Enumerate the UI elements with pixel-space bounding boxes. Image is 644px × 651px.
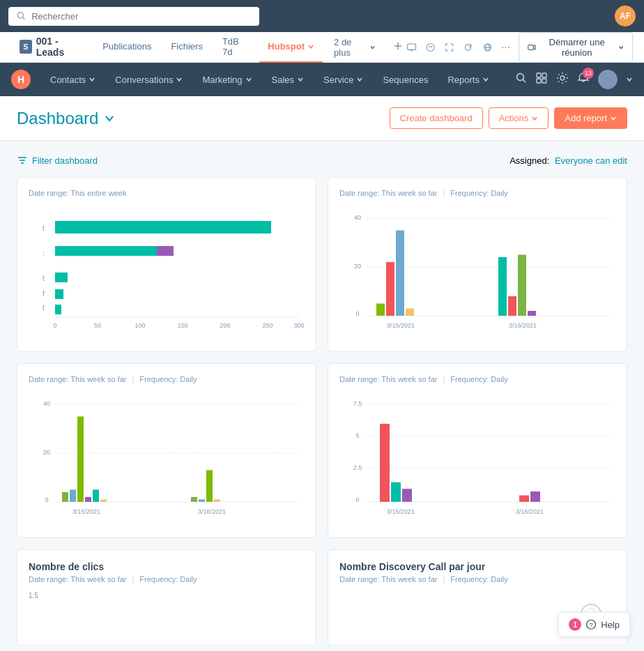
chat-icon[interactable]: [425, 41, 436, 54]
chart5-y-start: 1.5: [29, 592, 305, 599]
filter-icon: [17, 155, 28, 166]
chart2-svg: 40 20 0 3/15/2021: [339, 206, 615, 340]
assigned-value[interactable]: Everyone can edit: [555, 155, 627, 166]
svg-text:20: 20: [43, 449, 50, 456]
nav-reports-label: Reports: [447, 75, 480, 85]
svg-rect-69: [93, 490, 99, 503]
search-input[interactable]: [31, 11, 251, 22]
tab-fichiers[interactable]: Fichiers: [162, 32, 211, 63]
help-button[interactable]: 1 ? Help: [558, 612, 630, 637]
nav-sales[interactable]: Sales: [263, 69, 313, 91]
nav-marketing[interactable]: Marketing: [194, 69, 260, 91]
svg-text:3/15/2021: 3/15/2021: [387, 508, 415, 515]
actions-chevron: [531, 115, 538, 122]
svg-text:3/16/2021: 3/16/2021: [509, 322, 537, 329]
nav-search-icon[interactable]: [516, 72, 527, 86]
filter-dashboard-button[interactable]: Filter dashboard: [17, 155, 98, 166]
chevron-conversations: [176, 76, 183, 83]
tab-fichiers-label: Fichiers: [171, 41, 203, 52]
sub-tabs-bar: S 001 - Leads Publications Fichiers TdB …: [0, 32, 644, 63]
nav-service-label: Service: [323, 75, 353, 85]
svg-rect-89: [519, 496, 529, 502]
svg-text:2.5: 2.5: [353, 464, 362, 471]
dashboard-header: Dashboard Create dashboard Actions Add r…: [0, 96, 644, 141]
nav-settings-icon[interactable]: [556, 72, 569, 87]
more-options-icon[interactable]: ···: [501, 41, 510, 54]
tab-more[interactable]: 2 de plus: [325, 30, 384, 65]
svg-text:100: 100: [135, 322, 145, 329]
actions-label: Actions: [499, 113, 529, 123]
svg-rect-18: [537, 79, 541, 83]
chart5-title: Nombre de clics: [29, 561, 305, 572]
nav-sequences-label: Sequences: [383, 75, 428, 85]
chart5-daterange: Date range: This week so far: [29, 575, 126, 583]
sub-tabs-right: ··· Démarrer une réunion: [406, 32, 633, 63]
chart6-title: Nombre Discovery Call par jour: [339, 561, 615, 572]
chart5-frequency: Frequency: Daily: [139, 575, 197, 583]
expand-icon[interactable]: [444, 41, 454, 54]
main-content: Filter dashboard Assigned: Everyone can …: [0, 141, 644, 651]
svg-rect-4: [407, 43, 415, 49]
chart3-frequency: Frequency: Daily: [139, 375, 197, 383]
user-avatar[interactable]: AF: [615, 6, 636, 26]
chart6-frequency: Frequency: Daily: [450, 575, 508, 583]
screenshot-icon[interactable]: [406, 41, 417, 54]
search-box[interactable]: [8, 7, 259, 26]
chart-card-4: Date range: This week so far | Frequency…: [328, 363, 627, 538]
globe-icon[interactable]: [482, 41, 493, 54]
svg-text:3/15/2021: 3/15/2021: [72, 508, 100, 515]
svg-text:0: 0: [53, 322, 56, 329]
svg-text:200: 200: [220, 322, 230, 329]
svg-rect-57: [528, 311, 536, 316]
svg-rect-35: [55, 305, 61, 314]
chart1-daterange: Date range: This entire week: [29, 189, 126, 197]
refresh-icon[interactable]: [463, 41, 473, 54]
chart-card-2: Date range: This week so far | Frequency…: [328, 177, 627, 352]
svg-text:3/16/2021: 3/16/2021: [198, 508, 226, 515]
bottom-charts-grid: Nombre de clics Date range: This week so…: [17, 549, 627, 645]
nav-chevron-user: [626, 76, 633, 83]
svg-rect-33: [55, 273, 68, 282]
nav-sequences[interactable]: Sequences: [374, 69, 436, 91]
chart-card-3: Date range: This week so far | Frequency…: [17, 363, 316, 538]
nav-contacts[interactable]: Contacts: [42, 69, 104, 91]
nav-conversations-label: Conversations: [115, 75, 173, 85]
nav-notifications-icon[interactable]: 13: [577, 72, 590, 87]
svg-line-1: [23, 17, 25, 20]
dashboard-actions: Create dashboard Actions Add report: [390, 107, 627, 129]
nav-user-avatar[interactable]: [598, 70, 618, 89]
svg-rect-32: [157, 246, 174, 256]
nav-right-icons: 13: [516, 70, 633, 89]
chart4-daterange: Date range: This week so far: [339, 375, 437, 383]
dashboard-dropdown-icon[interactable]: [104, 113, 115, 124]
tab-hubspot[interactable]: Hubspot: [259, 32, 323, 63]
chevron-contacts: [89, 76, 95, 83]
svg-point-14: [517, 74, 524, 81]
create-dashboard-button[interactable]: Create dashboard: [390, 107, 483, 129]
hubspot-logo[interactable]: H: [11, 70, 31, 89]
help-icon: ?: [585, 619, 597, 630]
filter-bar: Filter dashboard Assigned: Everyone can …: [17, 155, 627, 166]
nav-service[interactable]: Service: [315, 69, 371, 91]
chart-card-1: Date range: This entire week t : t f t: [17, 177, 316, 352]
tab-tdb7d[interactable]: TdB 7d: [214, 32, 256, 63]
tab-publications[interactable]: Publications: [94, 32, 160, 63]
search-icon: [17, 11, 26, 21]
add-report-chevron: [610, 115, 617, 122]
actions-button[interactable]: Actions: [489, 107, 549, 129]
svg-rect-54: [498, 257, 507, 316]
nav-marketplace-icon[interactable]: [535, 72, 548, 87]
add-report-button[interactable]: Add report: [554, 107, 627, 129]
nav-conversations[interactable]: Conversations: [107, 69, 191, 91]
chart6-meta: Date range: This week so far | Frequency…: [339, 575, 615, 583]
start-meeting-button[interactable]: Démarrer une réunion: [519, 32, 633, 63]
charts-grid: Date range: This entire week t : t f t: [17, 177, 627, 538]
nav-marketing-label: Marketing: [202, 75, 242, 85]
svg-text:150: 150: [177, 322, 187, 329]
chart3-daterange: Date range: This week so far: [29, 375, 126, 383]
add-tab-btn[interactable]: [392, 40, 404, 54]
svg-rect-85: [380, 424, 390, 502]
svg-text:20: 20: [354, 263, 361, 270]
nav-reports[interactable]: Reports: [439, 69, 498, 91]
chevron-sales: [297, 76, 304, 83]
